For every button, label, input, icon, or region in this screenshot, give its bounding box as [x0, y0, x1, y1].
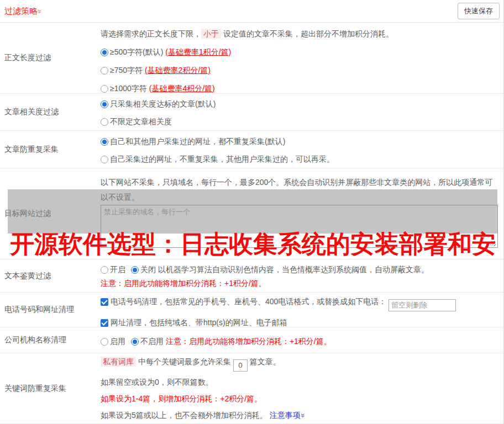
porn-filter-note: 注意：启用此功能将增加积分消耗：+1积分/篇。 [101, 279, 498, 288]
row-content-site-filter: 以下网站不采集，只填域名，每行一个，最多200个。系统会自动识别并屏蔽那些非文章… [101, 168, 503, 259]
blocked-domains-textarea[interactable] [101, 205, 498, 248]
row-keyword-dedupe: 关键词防重复采集 私有词库 中每个关键词最多允许采集 篇文章。 如果留空或设为0… [0, 353, 503, 424]
page-title-wrap[interactable]: 过滤策略» [4, 6, 42, 17]
radio-option-1000[interactable]: ≥1000字符 (基础费率4积分/篇) [101, 84, 498, 93]
radio-icon[interactable] [101, 49, 108, 56]
fee-note: (基础费率4积分/篇) [149, 84, 215, 93]
page-title: 过滤策略 [4, 6, 38, 15]
chevron-down-icon: » [36, 9, 44, 13]
row-content-keyword-dedupe: 私有词库 中每个关键词最多允许采集 篇文章。 如果留空或设为0，则不限篇数。 如… [101, 353, 503, 423]
row-label-text-length: 正文长度过滤 [0, 23, 101, 93]
site-filter-intro: 以下网站不采集，只填域名，每行一个，最多200个。系统会自动识别并屏蔽那些非文章… [101, 175, 498, 205]
keyword-note-cost: 如果设为1-4篇，则增加积分消耗：+2积分/篇。 [101, 394, 498, 404]
textarea-resize-grip-icon[interactable] [490, 241, 496, 246]
radio-icon[interactable] [101, 118, 108, 126]
fee-note: (基础费率1积分/篇) [165, 47, 231, 56]
row-content-relevance: 只采集相关度达标的文章(默认) 不限定文章相关度 [101, 94, 503, 130]
checkbox-option-phone-clean[interactable]: 电话号码清理，包括常见的手机号、座机号、400电话格式，或替换成如下电话： [101, 297, 498, 311]
row-company-clean: 公司机构名称清理 启用不启用 注意：启用此功能将增加积分消耗：+1积分/篇。 [0, 327, 503, 353]
row-label-site-filter: 目标网站过滤 [0, 168, 101, 259]
row-label-company-clean: 公司机构名称清理 [0, 327, 101, 353]
row-label-phone-url: 电话号码和网址清理 [0, 293, 101, 327]
checkbox-icon[interactable] [101, 298, 108, 306]
radio-option-company-off[interactable]: 不启用 [131, 337, 164, 346]
porn-filter-options: 开启关闭 以机器学习算法自动识别色情内容，当色情概率达到系统阈值，自动屏蔽文章。 [101, 265, 498, 274]
text-length-intro: 请选择需求的正文长度下限，小于 设定值的文章不采集，超出部分不增加积分消耗。 [101, 29, 498, 39]
row-content-text-length: 请选择需求的正文长度下限，小于 设定值的文章不采集，超出部分不增加积分消耗。 ≥… [101, 23, 503, 93]
row-text-length-filter: 正文长度过滤 请选择需求的正文长度下限，小于 设定值的文章不采集，超出部分不增加… [0, 23, 503, 94]
keyword-note-zero: 如果留空或设为0，则不限篇数。 [101, 378, 498, 387]
row-content-company-clean: 启用不启用 注意：启用此功能将增加积分消耗：+1积分/篇。 [101, 327, 503, 353]
row-porn-filter: 文本鉴黄过滤 开启关闭 以机器学习算法自动识别色情内容，当色情概率达到系统阈值，… [0, 259, 503, 293]
row-dedupe-collect: 文章防重复采集 自己和其他用户采集过的网址，都不重复采集(默认) 自己采集过的网… [0, 131, 503, 168]
radio-option-dedupe-all[interactable]: 自己和其他用户采集过的网址，都不重复采集(默认) [101, 137, 498, 146]
radio-icon[interactable] [101, 138, 108, 146]
less-than-badge: 小于 [201, 29, 221, 39]
row-content-porn-filter: 开启关闭 以机器学习算法自动识别色情内容，当色情概率达到系统阈值，自动屏蔽文章。… [101, 259, 503, 292]
checkbox-option-url-clean[interactable]: 网址清理，包括纯域名、带http(s)的网址、电子邮箱 [101, 318, 498, 328]
radio-icon[interactable] [101, 85, 108, 93]
keyword-limit-line: 私有词库 中每个关键词最多允许采集 篇文章。 [101, 357, 498, 372]
company-clean-options: 启用不启用 注意：启用此功能将增加积分消耗：+1积分/篇。 [101, 337, 498, 346]
keyword-count-input[interactable] [233, 359, 248, 372]
radio-option-relevance-strict[interactable]: 只采集相关度达标的文章(默认) [101, 99, 498, 109]
checkbox-icon[interactable] [101, 319, 108, 327]
radio-option-porn-on[interactable]: 开启 [101, 265, 125, 274]
radio-icon[interactable] [101, 266, 108, 274]
notes-link[interactable]: 注意事项» [270, 411, 305, 420]
row-label-relevance: 文章相关度过滤 [0, 94, 101, 130]
fee-note: (基础费率2积分/篇) [145, 66, 211, 75]
radio-option-company-on[interactable]: 启用 [101, 337, 125, 346]
row-label-porn-filter: 文本鉴黄过滤 [0, 259, 101, 292]
row-content-dedupe: 自己和其他用户采集过的网址，都不重复采集(默认) 自己采集过的网址，不重复采集，… [101, 131, 503, 168]
radio-icon[interactable] [131, 266, 139, 274]
row-label-keyword-dedupe: 关键词防重复采集 [0, 353, 101, 423]
radio-icon[interactable] [101, 100, 108, 108]
radio-option-porn-off[interactable]: 关闭 [131, 265, 156, 274]
row-relevance-filter: 文章相关度过滤 只采集相关度达标的文章(默认) 不限定文章相关度 [0, 94, 503, 131]
row-site-filter: 目标网站过滤 以下网站不采集，只填域名，每行一个，最多200个。系统会自动识别并… [0, 168, 503, 259]
row-phone-url-clean: 电话号码和网址清理 电话号码清理，包括常见的手机号、座机号、400电话格式，或替… [0, 293, 503, 327]
radio-option-750[interactable]: ≥750字符 (基础费率2积分/篇) [101, 66, 498, 75]
page-header: 过滤策略» 快速保存 [0, 0, 503, 23]
row-label-dedupe: 文章防重复采集 [0, 131, 101, 168]
radio-icon[interactable] [101, 67, 108, 75]
keyword-note-five: 如果设为5篇或以上，也不会额外增加积分消耗。 注意事项» [101, 411, 498, 420]
replacement-phone-input[interactable] [389, 299, 456, 311]
radio-icon[interactable] [101, 338, 108, 346]
radio-icon[interactable] [131, 338, 139, 346]
porn-filter-desc: 以机器学习算法自动识别色情内容，当色情概率达到系统阈值，自动屏蔽文章。 [158, 265, 429, 274]
company-clean-note: 注意：启用此功能将增加积分消耗：+1积分/篇。 [166, 337, 332, 346]
radio-option-relevance-any[interactable]: 不限定文章相关度 [101, 117, 498, 126]
chevron-down-icon: » [298, 413, 308, 417]
quick-save-button[interactable]: 快速保存 [458, 3, 500, 19]
radio-option-dedupe-self[interactable]: 自己采集过的网址，不重复采集，其他用户采集过的，可以再采。 [101, 155, 498, 164]
filter-strategy-page: 过滤策略» 快速保存 正文长度过滤 请选择需求的正文长度下限，小于 设定值的文章… [0, 0, 504, 424]
radio-option-500[interactable]: ≥500字符(默认) (基础费率1积分/篇) [101, 47, 498, 57]
radio-icon[interactable] [101, 156, 108, 163]
private-lexicon-badge[interactable]: 私有词库 [101, 357, 136, 367]
row-content-phone-url: 电话号码清理，包括常见的手机号、座机号、400电话格式，或替换成如下电话： 网址… [101, 293, 503, 327]
